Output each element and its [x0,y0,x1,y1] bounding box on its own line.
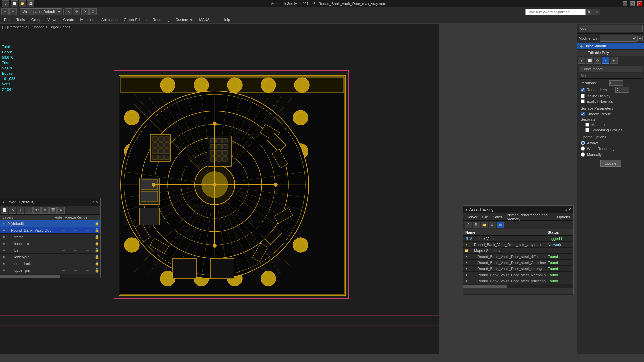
menu-modifiers[interactable]: Modifiers [77,17,98,22]
layers-sel-from-btn[interactable]: ← [25,207,33,214]
menu-views[interactable]: Views [45,17,60,22]
object-name-input[interactable] [579,25,643,32]
turbosm-isoline-check[interactable] [581,94,585,98]
turbosm-render-iters-input[interactable] [615,87,629,93]
layers-add-sel-btn[interactable]: + [17,207,24,214]
modifier-list-dropdown[interactable] [600,35,637,42]
menu-animation[interactable]: Animation [99,17,120,22]
help-btn[interactable]: ? [593,9,600,15]
turbosm-smooth-result-check[interactable] [581,112,585,116]
app-icon[interactable]: 3 [2,0,9,7]
menu-customize[interactable]: Customize [173,17,196,22]
layers-render-all-btn[interactable]: 🎬 [49,207,57,214]
undo-btn[interactable]: ↩ [1,8,9,15]
turbosm-iterations-input[interactable] [609,80,623,86]
modifier-editable-poly[interactable]: □Editable Poly [577,50,644,56]
panel-icon-1[interactable]: ▼ [578,57,585,64]
minimize-btn[interactable]: – [623,1,627,6]
turbosm-render-iters-check[interactable] [581,88,585,92]
close-btn[interactable]: ✕ [637,1,642,6]
turbosm-materials-check[interactable] [585,123,589,127]
search-btn[interactable]: 🔍 [586,9,593,15]
asset-tb-btn5[interactable]: ⊞ [497,222,504,228]
open-btn[interactable]: 📂 [19,0,26,7]
layers-scroll-area[interactable] [0,274,100,278]
layers-title-bar[interactable]: ■ Layer: 0 (default) ? ✕ [0,198,100,206]
asset-row[interactable]: ● Round_Bank_Vault_Door_steel_Glossines.… [463,260,573,266]
asset-maximize-btn[interactable]: □ [565,208,567,212]
svg-rect-98 [159,137,163,141]
layers-new-btn[interactable]: 📄 [1,207,8,214]
asset-minimize-btn[interactable]: – [561,208,563,212]
layer-row[interactable]: ■ bar — — — 🔒 [0,247,100,254]
asset-menu-options[interactable]: Options [555,214,572,220]
redo-btn[interactable]: ↪ [9,8,17,15]
turbosm-update-btn[interactable]: Update [600,160,621,167]
layer-row[interactable]: ■ upper-pin — — — 🔒 [0,267,100,274]
menu-edit[interactable]: Edit [1,17,13,22]
search-input[interactable] [525,9,586,15]
asset-menu-file[interactable]: File [480,214,490,220]
menu-help[interactable]: Help [220,17,233,22]
asset-row[interactable]: ● Round_Bank_Vault_Door_steel_Normal.png… [463,272,573,278]
asset-close-btn[interactable]: ✕ [568,207,571,212]
menu-create[interactable]: Create [60,17,77,22]
layer-row[interactable]: ■ Round_Bank_Vault_Door — — — 🔒 [0,227,100,234]
asset-row[interactable]: 🗄 Autodesk Vault Logged I [463,236,573,242]
modifier-list-arrow[interactable]: ▼ [637,36,643,41]
menu-graph-editors[interactable]: Graph Editors [121,17,149,22]
asset-menu-bitmap[interactable]: Bitmap Performance and Memory [505,212,554,222]
menu-group[interactable]: Group [29,17,44,22]
layers-close-btn[interactable]: ✕ [95,200,98,204]
menu-rendering[interactable]: Rendering [150,17,172,22]
turbosm-when-rendering-radio[interactable] [581,146,585,151]
svg-rect-99 [165,137,169,141]
layer-row[interactable]: ■ frame — — — 🔒 [0,234,100,240]
layers-prop-btn[interactable]: ⚙ [57,207,65,214]
asset-row[interactable]: ● Round_Bank_Vault_Door_steel_ior.png Fo… [463,266,573,272]
asset-row[interactable]: ● Round_Bank_Vault_Door_max_vray.max Net… [463,242,573,248]
asset-row[interactable]: 📁 Maps / Shaders [463,248,573,254]
layer-row[interactable]: ■ inner-lock — — — 🔒 [0,240,100,247]
menu-tools[interactable]: Tools [14,17,28,22]
layers-hide-all-btn[interactable]: 👁 [33,207,41,214]
menu-maxscript[interactable]: MAXScript [197,17,219,22]
workspace-dropdown[interactable]: Workspace: Default [20,8,62,15]
turbosm-smoothing-groups-check[interactable] [585,128,589,132]
asset-footer-input[interactable] [463,288,573,294]
asset-menu-paths[interactable]: Paths [491,214,504,220]
panel-icon-4[interactable]: ≡ [602,57,609,64]
asset-row[interactable]: ● Round_Bank_Vault_Door_steel_reflection… [463,278,573,284]
turbosm-explicit-check[interactable] [581,99,585,103]
panel-icon-2[interactable]: ⬜ [586,57,593,64]
asset-tb-btn3[interactable]: 📂 [481,222,488,228]
rotate-btn[interactable]: ⟳ [81,8,89,15]
asset-scrollbar[interactable] [463,284,573,288]
modifier-turbosm[interactable]: ◆TurboSmooth [577,43,644,50]
layers-help-btn[interactable]: ? [92,200,94,204]
panel-icon-5[interactable]: ◈ [610,57,618,64]
asset-row-icon: 📁 [463,249,470,252]
layer-row[interactable]: ● 0 (default) — — — 🔒 [0,220,100,227]
asset-tb-btn1[interactable]: ? [465,222,472,228]
maximize-btn[interactable]: □ [630,1,635,6]
select-btn[interactable]: ↖ [65,8,72,15]
save-btn[interactable]: 💾 [27,0,34,7]
turbosm-always-radio[interactable] [581,141,585,145]
asset-tb-btn2[interactable]: 🔍 [473,222,480,228]
turbosm-manually-radio[interactable] [581,152,585,157]
new-file-btn[interactable]: 📄 [11,0,18,7]
asset-hscroll-thumb[interactable] [463,285,507,288]
layers-freeze-all-btn[interactable]: ❄ [41,207,49,214]
layer-row[interactable]: ■ outer-lock — — — 🔒 [0,260,100,267]
scale-btn[interactable]: ⬡ [89,8,97,15]
asset-menu-server[interactable]: Server [465,214,479,220]
move-btn[interactable]: ✛ [73,8,80,15]
layer-row[interactable]: ■ lower-pin — — — 🔒 [0,254,100,260]
asset-row[interactable]: ● Round_Bank_Vault_Door_steel_diffuse.pn… [463,254,573,260]
layers-delete-btn[interactable]: ✕ [9,207,16,214]
layers-hscroll[interactable] [0,275,60,278]
panel-icon-3[interactable]: ⟳ [594,57,601,64]
asset-tb-btn4[interactable]: ≡ [489,222,496,228]
viewport-3d[interactable]: [+] [Perspective] [ Shaded + Edged Faces… [0,24,439,354]
